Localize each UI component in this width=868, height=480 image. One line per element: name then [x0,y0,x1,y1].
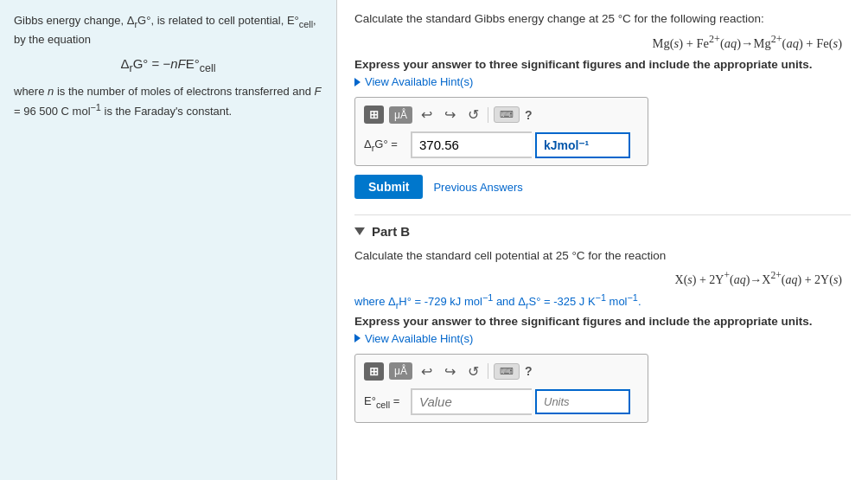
part-b-where: where ΔrH° = -729 kJ mol−1 and ΔrS° = -3… [354,292,851,310]
part-b-keyboard-icon: ⌨ [500,366,514,376]
part-b-undo-button[interactable]: ↩ [418,362,436,381]
main-equation: ΔrG° = −nFE°cell [14,56,322,74]
part-b-redo-button[interactable]: ↪ [441,362,459,381]
part-a-submit-row: Submit Previous Answers [354,175,851,199]
grid-icon: ⊞ [369,108,379,121]
part-a-instruction: Express your answer to three significant… [354,58,851,71]
part-b-toolbar: ⊞ μÅ ↩ ↪ ↺ ⌨ ? [364,362,639,381]
part-b-input-row: E°cell = [364,388,639,415]
part-a-submit-button[interactable]: Submit [354,175,423,199]
redo-icon: ↪ [444,107,456,122]
left-panel: Gibbs energy change, ΔrG°, is related to… [0,0,337,480]
part-a-reaction: Mg(s) + Fe2+(aq)→Mg2+(aq) + Fe(s) [354,33,851,51]
part-b-toolbar-separator [488,363,488,379]
part-b-undo-icon: ↩ [421,364,432,379]
part-b-refresh-icon: ↺ [468,364,479,379]
part-b-answer-box: ⊞ μÅ ↩ ↪ ↺ ⌨ ? [354,354,648,423]
refresh-button[interactable]: ↺ [464,105,482,125]
part-b-title: Part B [372,224,410,239]
part-b-hint-arrow-icon [354,334,361,342]
grid-button[interactable]: ⊞ [364,106,384,124]
undo-icon: ↩ [421,107,432,122]
right-panel: Calculate the standard Gibbs energy chan… [337,0,868,480]
micro-button[interactable]: μÅ [389,106,412,124]
part-b-grid-icon: ⊞ [369,365,379,378]
redo-button[interactable]: ↪ [441,105,459,125]
part-b-units-input[interactable] [535,389,630,414]
part-a-answer-box: ⊞ μÅ ↩ ↪ ↺ ⌨ ? [354,97,648,166]
part-b-hint-label: View Available Hint(s) [365,332,473,345]
part-a-hint-label: View Available Hint(s) [365,75,473,88]
undo-button[interactable]: ↩ [418,105,436,125]
keyboard-button[interactable]: ⌨ [494,106,520,123]
part-divider [354,214,851,215]
micro-label: μÅ [394,109,407,121]
part-b-toggle[interactable] [354,227,365,235]
part-b-hint-link[interactable]: View Available Hint(s) [354,332,851,345]
part-a-input-row: ΔrG° = [364,131,639,158]
part-a-question: Calculate the standard Gibbs energy chan… [354,10,851,28]
part-b-grid-button[interactable]: ⊞ [364,362,384,381]
part-b-header: Part B [354,224,851,239]
part-b-micro-button[interactable]: μÅ [389,362,412,380]
prev-answers-label: Previous Answers [433,181,522,194]
help-button[interactable]: ? [525,108,533,122]
part-b-reaction: X(s) + 2Y+(aq)→X2+(aq) + 2Y(s) [354,270,851,287]
part-b-section: Part B Calculate the standard cell poten… [354,224,851,423]
part-b-instruction: Express your answer to three significant… [354,315,851,328]
submit-label: Submit [368,180,409,194]
part-a-prev-answers-link[interactable]: Previous Answers [433,181,522,194]
where-text: where n is the number of moles of electr… [14,83,322,119]
intro-text: Gibbs energy change, ΔrG°, is related to… [14,12,322,48]
part-a-toolbar: ⊞ μÅ ↩ ↪ ↺ ⌨ ? [364,105,639,125]
refresh-icon: ↺ [468,107,479,122]
part-a-hint-link[interactable]: View Available Hint(s) [354,75,851,88]
part-a-section: Calculate the standard Gibbs energy chan… [354,10,851,199]
part-b-label: E°cell = [364,394,407,410]
part-b-refresh-button[interactable]: ↺ [464,362,482,381]
part-b-micro-label: μÅ [394,365,407,377]
part-b-keyboard-button[interactable]: ⌨ [494,363,520,380]
part-a-label: ΔrG° = [364,138,407,153]
part-a-units-input[interactable] [535,132,630,158]
keyboard-icon: ⌨ [500,109,514,119]
part-b-value-input[interactable] [411,388,532,415]
part-b-redo-icon: ↪ [444,364,456,379]
toolbar-separator [488,107,488,123]
part-b-help-button[interactable]: ? [525,364,533,378]
hint-arrow-icon [354,78,361,86]
part-a-value-input[interactable] [411,131,532,158]
part-b-question: Calculate the standard cell potential at… [354,247,851,265]
